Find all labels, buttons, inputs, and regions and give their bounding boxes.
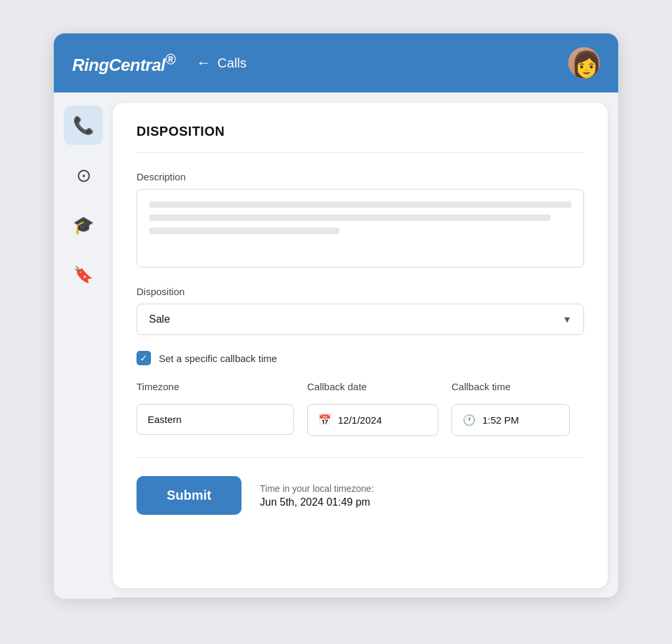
sidebar: 📞 ⊙ 🎓 🔖 [54, 92, 113, 599]
main-area: 📞 ⊙ 🎓 🔖 DISPOSITION Description [54, 92, 618, 599]
sidebar-item-target[interactable]: ⊙ [64, 155, 103, 195]
timezone-label: Timezone [136, 381, 294, 392]
skeleton-line-3 [149, 228, 339, 234]
timezone-group: Timezone Eastern [136, 381, 294, 435]
callback-date-label: Callback date [307, 381, 438, 392]
header: RingCentral® ← Calls [54, 33, 618, 92]
submit-section: Submit Time in your local timezone: Jun … [136, 476, 584, 515]
content-panel: DISPOSITION Description Disposition Sale… [113, 103, 608, 588]
fields-row: Timezone Eastern Callback date 📅 12/1/20… [136, 381, 584, 436]
avatar[interactable] [568, 47, 600, 79]
disposition-dropdown[interactable]: Sale ▼ [136, 304, 584, 335]
description-label: Description [136, 171, 584, 182]
clock-icon: 🕐 [463, 414, 476, 426]
header-nav: ← Calls [196, 54, 246, 71]
callback-time-group: Callback time 🕐 1:52 PM [452, 381, 570, 436]
target-icon: ⊙ [76, 165, 91, 186]
timezone-value: Eastern [148, 414, 182, 425]
avatar-image [568, 47, 600, 79]
back-button[interactable]: ← [196, 54, 211, 71]
description-box[interactable] [136, 189, 584, 268]
disposition-section: Disposition Sale ▼ [136, 286, 584, 335]
logo-sup: ® [165, 51, 175, 68]
callback-checkbox-row: ✓ Set a specific callback time [136, 351, 584, 365]
calendar-icon: 📅 [318, 414, 331, 426]
sidebar-item-phone[interactable]: 📞 [64, 106, 103, 145]
callback-time-input[interactable]: 🕐 1:52 PM [452, 404, 570, 436]
graduation-icon: 🎓 [73, 215, 94, 235]
divider [136, 457, 584, 458]
local-time-info: Time in your local timezone: Jun 5th, 20… [260, 483, 374, 508]
local-time-value: Jun 5th, 2024 01:49 pm [260, 496, 374, 508]
chevron-down-icon: ▼ [562, 314, 572, 325]
app-wrapper: RingCentral® ← Calls 📞 ⊙ 🎓 🔖 [54, 33, 618, 611]
callback-time-value: 1:52 PM [482, 414, 519, 426]
skeleton-line-1 [149, 201, 572, 208]
checkmark-icon: ✓ [140, 353, 148, 363]
callback-date-group: Callback date 📅 12/1/2024 [307, 381, 438, 436]
app-logo: RingCentral® [72, 51, 175, 75]
submit-button[interactable]: Submit [136, 476, 242, 515]
disposition-value: Sale [149, 313, 170, 325]
local-time-label: Time in your local timezone: [260, 483, 374, 494]
page-title: DISPOSITION [136, 124, 584, 153]
timezone-input[interactable]: Eastern [136, 404, 294, 435]
callback-date-value: 12/1/2024 [338, 414, 382, 426]
bookmark-icon: 🔖 [74, 266, 93, 284]
callback-date-input[interactable]: 📅 12/1/2024 [307, 404, 438, 436]
sidebar-item-bookmark[interactable]: 🔖 [64, 255, 103, 294]
calls-label: Calls [217, 56, 246, 71]
callback-time-label: Callback time [452, 381, 570, 392]
skeleton-line-2 [149, 214, 551, 221]
callback-checkbox-label: Set a specific callback time [159, 353, 277, 364]
sidebar-item-graduation[interactable]: 🎓 [64, 205, 103, 245]
callback-checkbox[interactable]: ✓ [136, 351, 151, 365]
phone-icon: 📞 [73, 115, 94, 136]
disposition-label: Disposition [136, 286, 584, 297]
